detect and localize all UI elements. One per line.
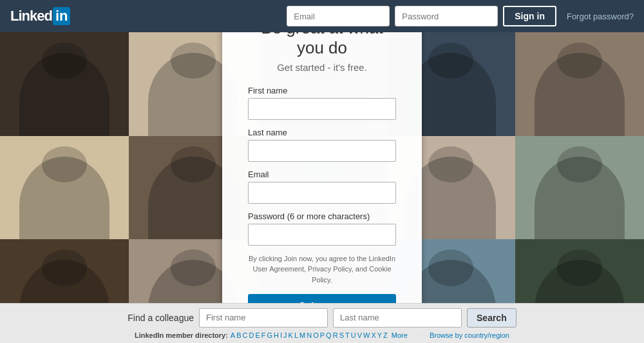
directory-letter-i[interactable]: I — [280, 331, 282, 339]
colleague-search-bar: Find a colleague Search — [128, 308, 516, 328]
signup-password-input[interactable] — [248, 224, 396, 246]
logo-linked-text: Linked — [10, 8, 52, 24]
card-subtitle: Get started - it's free. — [248, 62, 396, 73]
directory-letter-j[interactable]: J — [283, 331, 287, 339]
password-input[interactable] — [395, 6, 498, 26]
signup-card: Be great at what you do Get started - it… — [222, 0, 422, 338]
directory-letter-g[interactable]: G — [267, 331, 273, 339]
directory-letter-u[interactable]: U — [351, 331, 356, 339]
logo-in-text: in — [53, 7, 71, 25]
header: Linkedin Sign in Forgot password? — [0, 0, 644, 32]
directory-letter-r[interactable]: R — [333, 331, 338, 339]
directory-more-link[interactable]: More — [392, 331, 408, 339]
find-colleague-label: Find a colleague — [128, 313, 194, 323]
directory-letter-z[interactable]: Z — [383, 331, 388, 339]
sign-in-button[interactable]: Sign in — [503, 6, 556, 26]
directory-letter-d[interactable]: D — [249, 331, 254, 339]
first-name-label: First name — [248, 86, 396, 95]
email-group: Email — [248, 170, 396, 204]
directory-letter-m[interactable]: M — [299, 331, 305, 339]
header-form: Sign in Forgot password? — [287, 6, 634, 26]
directory-letter-l[interactable]: L — [294, 331, 298, 339]
directory-letter-t[interactable]: T — [345, 331, 350, 339]
browse-country-link[interactable]: Browse by country/region — [430, 331, 509, 339]
last-name-input[interactable] — [248, 140, 396, 162]
directory-letter-q[interactable]: Q — [326, 331, 332, 339]
directory-letter-x[interactable]: X — [371, 331, 375, 339]
logo: Linkedin — [10, 7, 70, 25]
password-group: Password (6 or more characters) — [248, 211, 396, 246]
search-button[interactable]: Search — [467, 308, 516, 328]
directory-letter-o[interactable]: O — [313, 331, 319, 339]
directory-letter-h[interactable]: H — [274, 331, 279, 339]
directory-letter-k[interactable]: K — [289, 331, 293, 339]
directory-letter-w[interactable]: W — [363, 331, 370, 339]
directory-letter-e[interactable]: E — [255, 331, 260, 339]
first-name-input[interactable] — [248, 98, 396, 120]
email-label: Email — [248, 170, 396, 179]
directory-bar: LinkedIn member directory: ABCDEFGHIJKLM… — [135, 331, 509, 339]
directory-letter-n[interactable]: N — [307, 331, 312, 339]
last-name-label: Last name — [248, 128, 396, 137]
directory-letter-v[interactable]: V — [357, 331, 362, 339]
email-input[interactable] — [287, 6, 390, 26]
footer: Find a colleague Search LinkedIn member … — [0, 303, 644, 343]
terms-text: By clicking Join now, you agree to the L… — [248, 253, 396, 286]
first-name-group: First name — [248, 86, 396, 120]
directory-letter-f[interactable]: F — [261, 331, 266, 339]
directory-letter-s[interactable]: S — [339, 331, 344, 339]
password-label: Password (6 or more characters) — [248, 211, 396, 221]
signup-email-input[interactable] — [248, 182, 396, 204]
colleague-lastname-input[interactable] — [333, 308, 462, 328]
directory-label: LinkedIn member directory: — [135, 331, 228, 339]
directory-letter-c[interactable]: C — [243, 331, 248, 339]
directory-letter-p[interactable]: P — [320, 331, 325, 339]
directory-letter-a[interactable]: A — [231, 331, 235, 339]
main-content: Be great at what you do Get started - it… — [0, 32, 644, 303]
colleague-firstname-input[interactable] — [199, 308, 328, 328]
directory-letter-b[interactable]: B — [236, 331, 241, 339]
last-name-group: Last name — [248, 128, 396, 162]
directory-letter-y[interactable]: Y — [377, 331, 382, 339]
directory-links: ABCDEFGHIJKLMNOPQRSTUVWXYZ — [231, 331, 389, 339]
forgot-password-link[interactable]: Forgot password? — [567, 12, 634, 21]
